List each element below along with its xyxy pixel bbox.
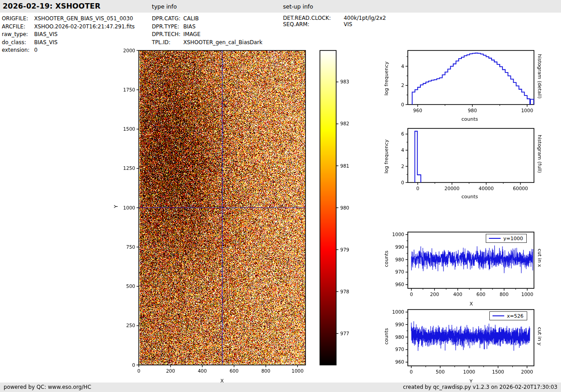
svg-text:960: 960: [395, 359, 404, 365]
svg-text:250: 250: [126, 323, 135, 328]
svg-text:0: 0: [401, 102, 404, 107]
svg-text:600: 600: [229, 368, 238, 374]
svg-text:1000: 1000: [521, 292, 534, 297]
hist-full-side-label: histogram (full): [537, 135, 543, 173]
info-row-rawtype: raw_type: BIAS_VIS: [2, 31, 58, 37]
field-value: BIAS_VIS: [34, 31, 58, 37]
svg-text:0: 0: [416, 186, 420, 191]
svg-text:0: 0: [410, 292, 413, 297]
colorbar: [320, 50, 336, 365]
field-value: CALIB: [183, 15, 199, 22]
field-value: BIAS_VIS: [34, 39, 58, 46]
hist-detail-side-label: histogram (detail): [537, 54, 543, 99]
svg-text:980: 980: [395, 334, 404, 340]
svg-text:980: 980: [395, 257, 404, 262]
svg-text:400: 400: [453, 292, 462, 297]
cut-in-y-legend: x=526: [489, 311, 527, 320]
svg-text:500: 500: [436, 369, 445, 374]
hist-full-xlabel: counts: [461, 194, 478, 200]
footer-powered-by: powered by QC: www.eso.org/HC: [4, 384, 91, 390]
svg-text:750: 750: [126, 244, 135, 250]
svg-text:1750: 1750: [123, 87, 135, 92]
svg-text:983: 983: [340, 79, 349, 84]
svg-text:981: 981: [340, 163, 349, 169]
legend-label: y=1000: [503, 236, 523, 242]
field-value: IMAGE: [183, 31, 201, 37]
svg-text:60000: 60000: [513, 186, 528, 191]
svg-text:980: 980: [340, 205, 349, 210]
field-label: ARCFILE:: [2, 23, 32, 30]
svg-text:6: 6: [401, 131, 404, 137]
svg-text:978: 978: [340, 289, 349, 294]
field-label: ORIGFILE:: [2, 15, 32, 22]
legend-line-sample: [489, 238, 501, 239]
legend-label: x=526: [507, 313, 524, 319]
footer-created-by: created by qc_rawdisp.py v1.2.3 on 2026-…: [403, 384, 557, 390]
cut-in-x-legend: y=1000: [486, 234, 527, 243]
svg-text:600: 600: [476, 292, 485, 297]
svg-text:1250: 1250: [123, 165, 135, 171]
svg-text:980: 980: [468, 108, 477, 113]
info-row-origfile: ORIGFILE: XSHOOTER_GEN_BIAS_VIS_051_0030: [2, 15, 133, 22]
svg-text:800: 800: [500, 292, 509, 297]
info-row-tplid: TPL.ID: XSHOOTER_gen_cal_BiasDark: [152, 39, 262, 46]
svg-text:979: 979: [340, 247, 349, 252]
hist-detail-ylabel: log frequency: [383, 59, 389, 96]
legend-line-sample: [493, 315, 504, 316]
svg-text:1000: 1000: [123, 205, 135, 210]
cut-in-y-ylabel: counts: [383, 328, 389, 345]
field-label: DET.READ.CLOCK:: [283, 15, 342, 21]
svg-text:982: 982: [340, 121, 349, 126]
svg-text:2000: 2000: [521, 369, 533, 374]
svg-text:0: 0: [137, 368, 141, 374]
cut-in-x-xlabel: X: [470, 301, 473, 307]
field-value: BIAS: [183, 23, 196, 30]
svg-text:970: 970: [395, 346, 404, 352]
field-value: 0: [34, 47, 38, 53]
field-value: XSHOO.2026-02-20T16:21:47.291.fits: [34, 23, 135, 30]
field-label: SEQ.ARM:: [283, 21, 342, 27]
info-row-readclock: DET.READ.CLOCK: 400k/1pt/lg/2x2: [283, 15, 386, 21]
svg-text:2000: 2000: [123, 48, 135, 53]
footer-bar: powered by QC: www.eso.org/HC created by…: [0, 383, 561, 392]
bias-image-heatmap: [139, 50, 306, 365]
field-value: XSHOOTER_gen_cal_BiasDark: [183, 39, 263, 46]
svg-text:4: 4: [401, 147, 404, 153]
field-value: 400k/1pt/lg/2x2: [344, 15, 386, 21]
svg-text:1000: 1000: [392, 232, 404, 237]
svg-text:1000: 1000: [521, 108, 533, 113]
cut-in-x-ylabel: counts: [383, 251, 389, 267]
svg-text:1500: 1500: [123, 126, 135, 132]
svg-text:1000: 1000: [463, 369, 475, 374]
hist-full-ylabel: log frequency: [383, 137, 389, 173]
info-row-dprtype: DPR.TYPE: BIAS: [152, 23, 196, 30]
hist-detail-xlabel: counts: [461, 116, 478, 122]
info-row-seqarm: SEQ.ARM: VIS: [283, 21, 352, 27]
field-label: extension:: [2, 47, 32, 53]
field-label: raw_type:: [2, 31, 32, 37]
svg-text:4: 4: [401, 64, 404, 69]
svg-text:970: 970: [395, 269, 404, 274]
field-label: TPL.ID:: [152, 39, 182, 46]
field-value: VIS: [344, 21, 352, 27]
svg-text:2: 2: [401, 164, 404, 169]
svg-text:1500: 1500: [492, 369, 504, 374]
svg-text:800: 800: [261, 368, 270, 374]
svg-text:990: 990: [395, 322, 404, 327]
setup-info-heading: set-up info: [283, 3, 313, 10]
svg-text:977: 977: [340, 331, 349, 336]
field-label: DPR.CATG:: [152, 15, 182, 22]
svg-text:0: 0: [132, 362, 135, 368]
field-value: XSHOOTER_GEN_BIAS_VIS_051_0030: [34, 15, 133, 22]
info-row-dprtech: DPR.TECH: IMAGE: [152, 31, 201, 37]
svg-text:200: 200: [166, 368, 175, 374]
svg-text:0: 0: [410, 369, 413, 374]
svg-text:1000: 1000: [392, 309, 404, 315]
header-bar: 2026-02-19: XSHOOTER type info set-up in…: [0, 0, 561, 13]
svg-text:960: 960: [395, 282, 404, 287]
field-label: DPR.TECH:: [152, 31, 182, 37]
svg-text:40000: 40000: [479, 186, 493, 191]
cut-in-x-side-label: cut in x: [537, 249, 543, 267]
info-row-dprcatg: DPR.CATG: CALIB: [152, 15, 199, 22]
svg-text:500: 500: [126, 283, 135, 289]
